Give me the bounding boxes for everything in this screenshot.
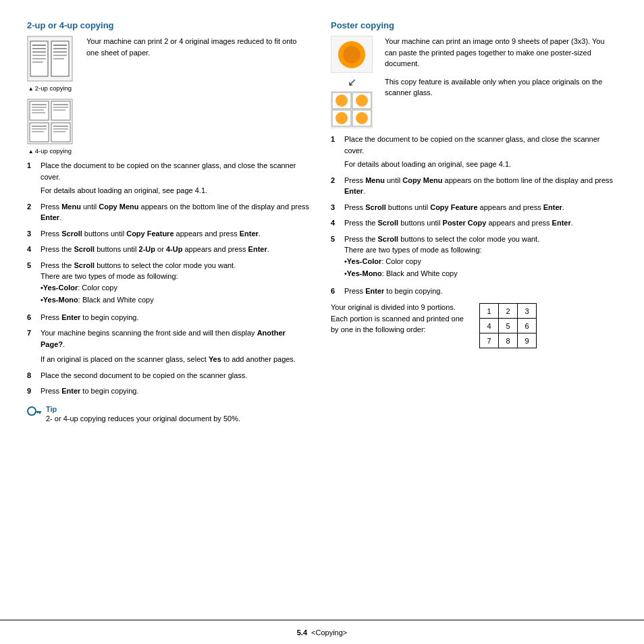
step-1: 1 Place the document to be copied on the… — [27, 160, 311, 196]
left-intro-text: Your machine can print 2 or 4 original i… — [86, 36, 311, 65]
right-step-3-num: 3 — [331, 202, 340, 213]
two-up-image-block: ▲2-up copying — [27, 36, 73, 92]
step-4: 4 Press the Scroll buttons until 2-Up or… — [27, 244, 311, 255]
svg-rect-24 — [30, 123, 49, 142]
step-9-num: 9 — [27, 385, 36, 397]
svg-point-32 — [28, 407, 36, 415]
step-2: 2 Press Menu until Copy Menu appears on … — [27, 201, 311, 223]
svg-point-41 — [336, 95, 348, 107]
tip-key-icon — [27, 406, 42, 418]
svg-point-43 — [356, 95, 368, 107]
step-5-text: Press the Scroll buttons to select the c… — [41, 260, 311, 307]
step-6-text: Press Enter to begin copying. — [41, 312, 311, 323]
step-3-num: 3 — [27, 228, 36, 240]
left-column: 2-up or 4-up copying — [27, 20, 311, 610]
right-step-6-text: Press Enter to begin copying. — [344, 286, 617, 297]
right-intro1: Your machine can print an image onto 9 s… — [385, 36, 617, 70]
step-8-num: 8 — [27, 370, 36, 381]
page: 2-up or 4-up copying — [0, 0, 644, 644]
grid-cell-2: 2 — [499, 304, 518, 319]
svg-point-45 — [336, 112, 348, 124]
poster-original-icon — [331, 36, 373, 73]
step-1-num: 1 — [27, 160, 36, 196]
step-8: 8 Place the second document to be copied… — [27, 370, 311, 381]
step-6-num: 6 — [27, 312, 36, 323]
right-step-5: 5 Press the Scroll buttons to select the… — [331, 234, 617, 281]
right-step-5-text: Press the Scroll buttons to select the c… — [344, 234, 617, 281]
step-9: 9 Press Enter to begin copying. — [27, 385, 311, 397]
left-section-title: 2-up or 4-up copying — [27, 20, 311, 30]
grid-cell-6: 6 — [518, 319, 537, 333]
right-step-3-text: Press Scroll buttons until Copy Feature … — [344, 202, 617, 213]
svg-rect-28 — [51, 123, 70, 142]
step-6: 6 Press Enter to begin copying. — [27, 312, 311, 323]
four-up-caption: ▲4-up copying — [28, 147, 72, 155]
step-1-text: Place the document to be copied on the s… — [41, 160, 311, 196]
tip-icon — [27, 406, 42, 420]
grid-cell-7: 7 — [480, 333, 499, 348]
right-step-2: 2 Press Menu until Copy Menu appears on … — [331, 175, 617, 197]
two-up-icon — [27, 36, 73, 82]
grid-cell-4: 4 — [480, 319, 499, 333]
tip-box: Tip 2- or 4-up copying reduces your orig… — [27, 405, 311, 425]
poster-desc-area: Your original is divided into 9 portions… — [331, 302, 617, 348]
right-image-area: ↙ Your m — [331, 36, 617, 128]
grid-cell-3: 3 — [518, 304, 537, 319]
step-3: 3 Press Scroll buttons until Copy Featur… — [27, 228, 311, 240]
right-step-4-num: 4 — [331, 217, 340, 229]
step-7-text: Your machine begins scanning the front s… — [41, 327, 311, 365]
svg-rect-15 — [30, 101, 49, 120]
right-intro-area: Your machine can print an image onto 9 s… — [385, 36, 617, 105]
grid-row-1: 1 2 3 — [480, 304, 537, 319]
poster-desc-text: Your original is divided into 9 portions… — [331, 302, 466, 336]
four-up-image-block: ▲4-up copying — [27, 99, 73, 155]
tip-title: Tip — [46, 405, 240, 413]
right-step-6: 6 Press Enter to begin copying. — [331, 286, 617, 297]
right-step-2-text: Press Menu until Copy Menu appears on th… — [344, 175, 617, 197]
poster-arrow-icon: ↙ — [331, 76, 373, 88]
two-up-caption: ▲2-up copying — [28, 84, 72, 92]
svg-point-38 — [343, 46, 360, 63]
right-section-title: Poster copying — [331, 20, 617, 30]
right-step-1-text: Place the document to be copied on the s… — [344, 134, 617, 170]
step-4-text: Press the Scroll buttons until 2-Up or 4… — [41, 244, 311, 255]
right-steps: 1 Place the document to be copied on the… — [331, 134, 617, 296]
poster-number-grid-container: 1 2 3 4 5 6 7 8 9 — [479, 302, 537, 348]
tip-text: 2- or 4-up copying reduces your original… — [46, 413, 240, 425]
step-4-num: 4 — [27, 244, 36, 255]
grid-cell-1: 1 — [480, 304, 499, 319]
right-intro2: This copy feature is available only when… — [385, 76, 617, 99]
content-columns: 2-up or 4-up copying — [27, 20, 617, 610]
step-5-num: 5 — [27, 260, 36, 307]
step-7: 7 Your machine begins scanning the front… — [27, 327, 311, 365]
right-step-4-text: Press the Scroll buttons until Poster Co… — [344, 217, 617, 229]
right-step-4: 4 Press the Scroll buttons until Poster … — [331, 217, 617, 229]
grid-row-2: 4 5 6 — [480, 319, 537, 333]
right-step-1: 1 Place the document to be copied on the… — [331, 134, 617, 170]
tip-content: Tip 2- or 4-up copying reduces your orig… — [46, 405, 240, 425]
step-8-text: Place the second document to be copied o… — [41, 370, 311, 381]
grid-cell-5: 5 — [499, 319, 518, 333]
four-up-icon — [27, 99, 73, 144]
right-step-6-num: 6 — [331, 286, 340, 297]
doc-image-block-row: ▲2-up copying — [27, 36, 73, 155]
svg-rect-20 — [51, 101, 70, 120]
left-steps: 1 Place the document to be copied on the… — [27, 160, 311, 397]
footer-page-number: 5.4 — [297, 628, 307, 637]
step-9-text: Press Enter to begin copying. — [41, 385, 311, 397]
poster-image-stack: ↙ — [331, 36, 373, 128]
right-step-3: 3 Press Scroll buttons until Copy Featur… — [331, 202, 617, 213]
step-2-num: 2 — [27, 201, 36, 223]
step-2-text: Press Menu until Copy Menu appears on th… — [41, 201, 311, 223]
footer-section-label: <Copying> — [311, 628, 347, 637]
right-step-5-num: 5 — [331, 234, 340, 281]
poster-grid-icon — [331, 91, 373, 128]
poster-number-grid: 1 2 3 4 5 6 7 8 9 — [479, 303, 537, 348]
right-step-2-num: 2 — [331, 175, 340, 197]
right-column: Poster copying ↙ — [331, 20, 617, 610]
grid-cell-8: 8 — [499, 333, 518, 348]
step-7-num: 7 — [27, 327, 36, 365]
svg-point-47 — [356, 112, 368, 124]
step-5: 5 Press the Scroll buttons to select the… — [27, 260, 311, 307]
footer: 5.4 <Copying> — [0, 620, 644, 644]
